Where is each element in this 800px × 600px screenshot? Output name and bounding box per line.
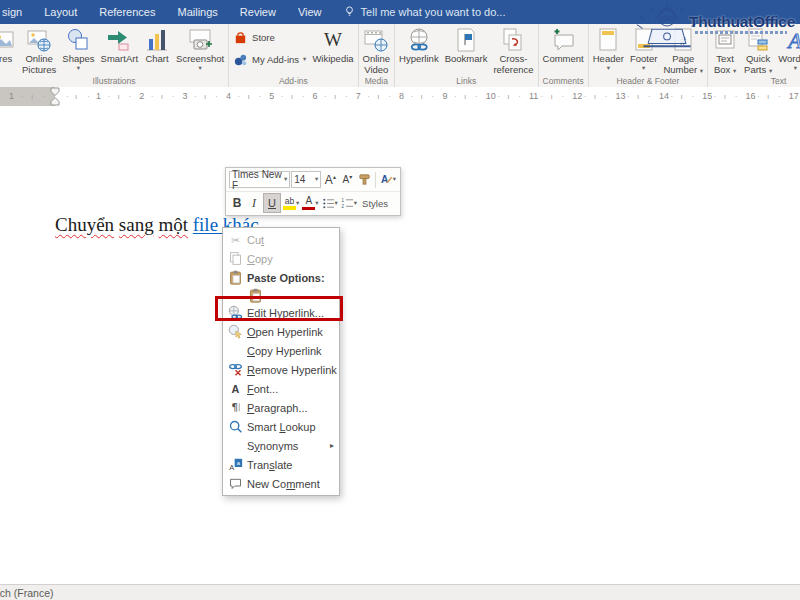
ribbon-button-wordart[interactable]: AWordArt▾ [775,25,800,77]
menu-item-label: Edit Hyperlink... [247,307,339,319]
ruler-mark: · [324,91,327,102]
font-size-select[interactable]: 14▾ [291,171,321,188]
ruler-mark: · [475,91,478,102]
styles-gallery-button[interactable]: A ▾ [379,171,397,189]
ribbon-button-label: SmartArt [101,54,138,65]
document-page[interactable]: Chuyển sang một file khác Times New F▾ 1… [0,106,800,585]
ruler-mark: ı [507,91,509,102]
ribbon-button-ures[interactable]: ures [0,25,19,77]
ribbon-button-smartart[interactable]: SmartArt [98,25,141,77]
ruler-mark: ı [31,91,33,102]
menu-item-open-hyperlink[interactable]: Open Hyperlink [223,322,339,341]
misspelled-word: Chuyển [55,214,114,235]
ribbon-tab-references[interactable]: References [88,0,166,24]
ribbon-button-store[interactable]: Store [233,30,306,45]
ribbon-tab-view[interactable]: View [287,0,333,24]
styles-icon: A [380,172,393,187]
chevron-down-icon: ▾ [700,67,703,74]
ruler-mark: · [367,91,370,102]
ruler-mark: ı [724,91,726,102]
ribbon-group-label: Comments [539,77,588,88]
ruler-mark: · [735,91,738,102]
ribbon-button-label: Online Video [363,54,390,75]
svg-text:A: A [231,383,239,395]
ribbon-button-online-pictures[interactable]: Online Pictures [19,25,59,77]
bullets-button[interactable]: ▾ [321,194,339,212]
menu-item-copy-hyperlink[interactable]: Copy Hyperlink [223,341,339,360]
menu-item-synonyms[interactable]: Synonyms▸ [223,436,339,455]
bold-button[interactable]: B [229,194,245,212]
italic-button[interactable]: I [246,194,262,212]
menu-item-smart-lookup[interactable]: Smart Lookup [223,417,339,436]
bookmark-icon [453,27,479,53]
paste-option-button[interactable] [223,287,339,303]
ruler-mark: · [21,91,24,102]
ribbon-button-wikipedia[interactable]: WWikipedia [309,25,356,77]
ribbon-button-label: Cross- reference [493,54,533,75]
language-status[interactable]: nch (France) [0,587,54,599]
ribbon-button-header[interactable]: Header▾ [590,25,627,77]
ribbon-button-shapes[interactable]: Shapes▾ [59,25,97,77]
word-window: signLayoutReferencesMailingsReviewView T… [0,0,800,600]
ribbon-button-screenshot[interactable]: Screenshot▾ [173,25,227,77]
indent-markers[interactable] [49,87,61,106]
font-name-value: Times New F [232,169,282,191]
ruler-mark: 11 [529,91,538,102]
ruler-mark: 14 [659,91,669,102]
ribbon-button-chart[interactable]: Chart [141,25,173,77]
ruler-mark: 15 [702,91,712,102]
chevron-down-icon: ▾ [77,65,80,72]
menu-item-label: Open Hyperlink [247,326,339,338]
ribbon-button-quick-parts[interactable]: Quick Parts ▾ [741,25,775,77]
highlight-color-button[interactable]: ab▾ [282,194,300,212]
menu-item-edit-hyperlink[interactable]: Edit Hyperlink... [223,303,339,322]
menu-item-new-comment[interactable]: New Comment [223,474,339,493]
menu-item-paragraph[interactable]: ¶Paragraph... [223,398,339,417]
ribbon-button-label: Text Box ▾ [714,54,736,75]
ribbon-tab-sign[interactable]: sign [0,0,33,24]
menu-item-translate[interactable]: aATranslate [223,455,339,474]
font-size-value: 14 [294,174,305,185]
ribbon-group-comments: CommentComments [539,24,589,87]
menu-item-copy[interactable]: Copy [223,249,339,268]
ribbon-button-my-add-ins[interactable]: My Add-ins▾ [233,52,306,67]
shrink-font-button[interactable]: A▾ [339,171,355,189]
ribbon-button-online-video[interactable]: Online Video [360,25,393,77]
ribbon-button-hyperlink[interactable]: Hyperlink [396,25,442,77]
font-color-button[interactable]: A▾ [301,194,319,212]
styles-label[interactable]: Styles [359,198,391,209]
ribbon-button-text-box[interactable]: Text Box ▾ [709,25,741,77]
menu-item-font[interactable]: AFont... [223,379,339,398]
ruler-mark: 2 [139,91,144,102]
menu-item-label: Paste Options: [247,272,339,284]
menu-item-remove-hyperlink[interactable]: Remove Hyperlink [223,360,339,379]
ribbon-group-text: Text Box ▾Quick Parts ▾AWordArt▾ADrop Ca… [708,24,800,87]
underline-button[interactable]: U [263,193,281,213]
ribbon-button-label: Hyperlink [399,54,439,65]
format-painter-button[interactable] [356,171,372,189]
ruler-mark: 4 [226,91,231,102]
tell-me-box[interactable]: Tell me what you want to do... [343,5,506,20]
ribbon-button-bookmark[interactable]: Bookmark [442,25,491,77]
ruler-mark: ı [377,91,379,102]
grow-font-button[interactable]: A▴ [322,171,338,189]
ribbon-tab-layout[interactable]: Layout [33,0,88,24]
ruler-mark: 17 [789,91,799,102]
ruler-mark: 10 [486,91,496,102]
horizontal-ruler: 1·ı··ı·1·ı·2·ı·3·ı·4·ı·5·ı·6·ı·7·ı·8·ı·9… [0,87,800,107]
ribbon-button-label: Comment [543,54,584,65]
ribbon-tab-mailings[interactable]: Mailings [166,0,228,24]
ruler-mark: · [129,91,132,102]
context-menu: ✂CutCopyPaste Options:Edit Hyperlink...O… [222,227,340,496]
numbering-button[interactable]: 12▾ [340,194,358,212]
ribbon-tab-review[interactable]: Review [229,0,287,24]
ribbon-button-footer[interactable]: Footer▾ [627,25,660,77]
ribbon-button-comment[interactable]: Comment [540,25,587,77]
font-name-select[interactable]: Times New F▾ [229,171,290,188]
menu-item-cut[interactable]: ✂Cut [223,230,339,249]
ribbon-group-illustrations: uresOnline PicturesShapes▾SmartArtChartS… [0,24,229,87]
ruler-mark: · [172,91,175,102]
lightbulb-icon [343,5,356,20]
ribbon-button-page-number[interactable]: #Page Number ▾ [660,25,706,77]
ribbon-button-cross-reference[interactable]: Cross- reference [490,25,536,77]
